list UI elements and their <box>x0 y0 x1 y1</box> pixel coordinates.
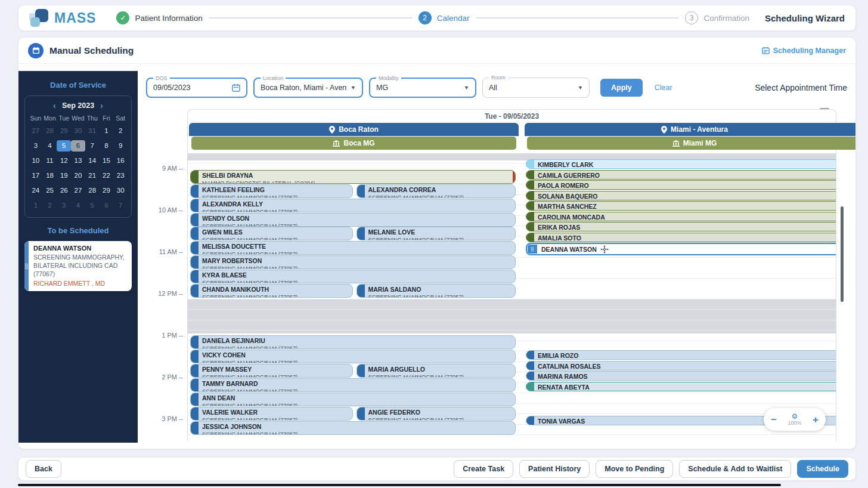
appointment-card[interactable]: PENNY MASSEYSCREENING MAMMOGRAM (77057) <box>190 364 353 378</box>
appointment-card[interactable]: EMILIA ROZO <box>526 350 836 360</box>
calendar-day-22[interactable]: 22 <box>100 170 114 181</box>
appointment-card[interactable]: CAMILA GUERRERO <box>526 170 836 180</box>
calendar-day-12[interactable]: 12 <box>57 155 71 166</box>
appointment-card[interactable]: ALEXANDRA KELLYSCREENING MAMMOGRAM (7705… <box>190 199 516 212</box>
appointment-card[interactable]: RENATA ABEYTA <box>526 382 836 391</box>
calendar-next-icon[interactable]: › <box>100 101 103 110</box>
calendar-day-8[interactable]: 8 <box>100 140 114 152</box>
zoom-out-button[interactable]: − <box>771 415 777 425</box>
schedule-add-to-waitlist-button[interactable]: Schedule & Add to Waitlist <box>679 460 791 478</box>
patient-history-button[interactable]: Patient History <box>519 460 590 478</box>
calendar-day-19[interactable]: 19 <box>57 170 71 181</box>
appointment-card[interactable]: TAMMY BARNARDSCREENING MAMMOGRAM (77057) <box>190 378 516 392</box>
calendar-day-4[interactable]: 4 <box>43 140 57 152</box>
appointment-card[interactable]: MARIA SALDANOSCREENING MAMMOGRAM (77057) <box>356 284 516 298</box>
appointment-card[interactable]: ANN DEANSCREENING MAMMOGRAM (77057) <box>190 393 516 406</box>
calendar-day-16[interactable]: 16 <box>113 155 128 166</box>
appointment-card[interactable]: ANGIE FEDERKOSCREENING MAMMOGRAM (77057) <box>356 407 516 421</box>
clear-link[interactable]: Clear <box>655 84 672 92</box>
zoom-in-button[interactable]: + <box>813 415 819 425</box>
calendar-day-14[interactable]: 14 <box>85 155 100 166</box>
calendar-icon[interactable] <box>232 84 240 92</box>
create-task-button[interactable]: Create Task <box>454 460 513 478</box>
calendar-prev-icon[interactable]: ‹ <box>53 101 56 110</box>
step-confirmation[interactable]: 3 Confirmation <box>685 11 749 24</box>
appointment-card[interactable]: DANIELA BEJINARIUSCREENING MAMMOGRAM (77… <box>190 335 516 349</box>
appointment-card[interactable]: MELANIE LOVESCREENING MAMMOGRAM (77057) <box>356 227 516 240</box>
calendar-day-26[interactable]: 26 <box>57 185 71 196</box>
appointment-card[interactable]: KIMBERLY CLARK <box>526 159 836 169</box>
calendar-day-28[interactable]: 28 <box>85 185 100 196</box>
calendar-day-2[interactable]: 2 <box>113 125 128 137</box>
appointment-card[interactable]: KATHLEEN FEELINGSCREENING MAMMOGRAM (770… <box>190 184 353 198</box>
calendar-day-5[interactable]: 5 <box>57 140 71 152</box>
to-be-scheduled-patient-card[interactable]: ⣿ DEANNA WATSON SCREENING MAMMOGRAPHY, B… <box>24 241 132 291</box>
calendar-day-15[interactable]: 15 <box>100 155 114 166</box>
appointment-card[interactable]: PAOLA ROMERO <box>526 180 836 190</box>
modality-select[interactable]: Modality MG ▼ <box>369 78 476 98</box>
calendar-day-7[interactable]: 7 <box>85 140 100 152</box>
appointment-card[interactable]: SOLANA BAQUERO <box>526 191 836 200</box>
calendar-day-3[interactable]: 3 <box>57 200 71 211</box>
appointment-card[interactable]: AMALIA SOTO <box>526 233 836 242</box>
step-patient-information[interactable]: ✓ Patient Information <box>116 11 202 24</box>
apply-button[interactable]: Apply <box>600 79 643 97</box>
calendar-day-25[interactable]: 25 <box>43 185 57 196</box>
calendar-day-29[interactable]: 29 <box>57 125 71 137</box>
back-button[interactable]: Back <box>26 460 61 478</box>
calendar-day-29[interactable]: 29 <box>100 185 114 196</box>
appointment-card[interactable]: CATALINA ROSALES <box>526 361 836 370</box>
calendar-day-3[interactable]: 3 <box>29 140 43 152</box>
calendar-day-20[interactable]: 20 <box>71 170 85 181</box>
drag-handle-icon[interactable]: ⣿ <box>528 245 537 254</box>
appointment-card[interactable]: MARIA ARGUELLOSCREENING MAMMOGRAM (77057… <box>356 364 516 378</box>
calendar-day-7[interactable]: 7 <box>113 200 128 211</box>
calendar-day-6[interactable]: 6 <box>100 200 114 211</box>
calendar-day-2[interactable]: 2 <box>43 200 57 211</box>
calendar-day-1[interactable]: 1 <box>29 200 43 211</box>
calendar-day-28[interactable]: 28 <box>43 125 57 137</box>
calendar-day-23[interactable]: 23 <box>113 170 128 181</box>
calendar-day-11[interactable]: 11 <box>43 155 57 166</box>
appointment-card[interactable]: VICKY COHENSCREENING MAMMOGRAM (77057) <box>190 350 516 363</box>
calendar-day-13[interactable]: 13 <box>71 155 85 166</box>
calendar-day-6[interactable]: 6 <box>71 140 85 152</box>
appointment-card[interactable]: ⣿DEANNA WATSON <box>526 243 836 255</box>
calendar-day-18[interactable]: 18 <box>43 170 57 181</box>
appointment-card[interactable]: JESSICA JOHNSONSCREENING MAMMOGRAM (7705… <box>190 421 516 435</box>
appointment-card[interactable]: CAROLINA MONCADA <box>526 212 836 221</box>
drag-handle-icon[interactable]: ⣿ <box>24 241 29 291</box>
appointment-card[interactable]: GWEN MILESSCREENING MAMMOGRAM (77057) <box>190 227 353 240</box>
calendar-day-1[interactable]: 1 <box>100 125 114 137</box>
calendar-day-4[interactable]: 4 <box>71 200 85 211</box>
appointment-card[interactable]: MARINA RAMOS <box>526 371 836 381</box>
appointment-card[interactable]: MARY ROBERTSONSCREENING MAMMOGRAM (77057… <box>190 255 516 269</box>
appointment-card[interactable]: VALERIE WALKERSCREENING MAMMOGRAM (77057… <box>190 407 353 421</box>
calendar-day-30[interactable]: 30 <box>113 185 128 196</box>
calendar-day-27[interactable]: 27 <box>71 185 85 196</box>
calendar-day-5[interactable]: 5 <box>85 200 100 211</box>
room-select[interactable]: Room All ▼ <box>482 78 590 98</box>
calendar-day-31[interactable]: 31 <box>85 125 100 137</box>
appointment-card[interactable]: ERIKA ROJAS <box>526 222 836 231</box>
calendar-day-10[interactable]: 10 <box>29 155 43 166</box>
appointment-card[interactable]: WENDY OLSONSCREENING MAMMOGRAM (77057) <box>190 213 516 227</box>
calendar-day-17[interactable]: 17 <box>29 170 43 181</box>
appointment-card[interactable]: SHELBI DRAYNAMAMMO DIAGNOSTIC BILATERAL … <box>190 170 516 184</box>
schedule-button[interactable]: Schedule <box>797 460 848 478</box>
appointment-card[interactable]: MARTHA SANCHEZ <box>526 201 836 211</box>
calendar-day-30[interactable]: 30 <box>71 125 85 137</box>
calendar-day-27[interactable]: 27 <box>29 125 43 137</box>
zoom-settings[interactable]: ⚙ 100% <box>788 413 801 426</box>
appointment-card[interactable]: MELISSA DOUCETTESCREENING MAMMOGRAM (770… <box>190 241 516 255</box>
vertical-scrollbar[interactable] <box>841 206 844 302</box>
gear-icon[interactable]: ⚙ <box>792 413 798 420</box>
location-select[interactable]: Location Boca Raton, Miami - Aventura ▼ <box>253 78 363 98</box>
step-calendar[interactable]: 2 Calendar <box>418 11 470 24</box>
dos-field[interactable]: DOS 09/05/2023 <box>146 78 247 98</box>
appointment-card[interactable]: CHANDA MANIKOUTHSCREENING MAMMOGRAM (770… <box>190 284 353 298</box>
appointment-card[interactable]: KYRA BLAESESCREENING MAMMOGRAM (77057) <box>190 270 516 283</box>
calendar-day-21[interactable]: 21 <box>85 170 100 181</box>
calendar-day-9[interactable]: 9 <box>113 140 128 152</box>
calendar-day-24[interactable]: 24 <box>29 185 43 196</box>
